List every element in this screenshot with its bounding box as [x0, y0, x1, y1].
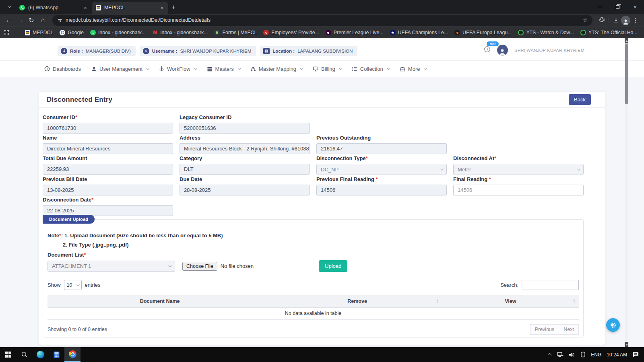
window-minimize-button[interactable]: [591, 0, 609, 14]
empty-table-message: No data available in table: [47, 307, 579, 319]
tab-close-icon[interactable]: ×: [82, 4, 89, 11]
choose-file-button[interactable]: Choose File: [182, 262, 217, 271]
action-center-icon[interactable]: [632, 352, 639, 358]
chrome-icon: [69, 350, 76, 358]
bookmark-item[interactable]: ★ UEFA Champions Le...: [390, 30, 448, 35]
nav-master-mapping[interactable]: Master Mapping: [250, 66, 302, 72]
bookmark-item[interactable]: YTS - Watch & Dow...: [518, 30, 574, 35]
field-address: Address Mineral Resources Block - 2 Rynj…: [180, 135, 310, 154]
new-tab-button[interactable]: +: [171, 3, 175, 11]
taskbar-edge-button[interactable]: [32, 347, 48, 362]
table-info: Showing 0 to 0 of 0 entries: [47, 327, 107, 332]
back-nav-icon[interactable]: ←: [3, 16, 14, 24]
page-size-select[interactable]: 10: [64, 280, 82, 290]
scroll-up-arrow[interactable]: [625, 38, 628, 43]
nav-more[interactable]: More: [400, 66, 426, 72]
forward-nav-icon[interactable]: →: [14, 16, 26, 24]
search-label: Search:: [500, 282, 518, 288]
window-restore-button[interactable]: [609, 0, 626, 14]
upload-button[interactable]: Upload: [319, 260, 347, 272]
show-label: Show: [47, 282, 61, 288]
bookmark-item[interactable]: MEPDCL: [25, 30, 53, 35]
scrollbar-thumb[interactable]: [625, 44, 628, 104]
tray-expand-icon[interactable]: [548, 353, 552, 357]
bookmark-item[interactable]: Forms | MeECL: [214, 30, 257, 35]
field-consumer-id: Consumer ID* 1000761730: [43, 114, 173, 134]
tab-search-button[interactable]: [3, 2, 14, 12]
bookmark-item[interactable]: UEFA Europa Leagu...: [454, 30, 512, 35]
user-icon: [91, 66, 97, 72]
bookmark-item[interactable]: Employees' Provide...: [263, 30, 319, 35]
clock-time[interactable]: 10:24 AM: [607, 352, 627, 358]
previous-page-button[interactable]: Previous: [530, 324, 559, 335]
profile-avatar-icon[interactable]: [621, 16, 630, 25]
column-document-name[interactable]: Document Name: [47, 295, 272, 307]
column-view[interactable]: View▲▼: [442, 295, 579, 307]
nav-billing[interactable]: Billing: [313, 66, 341, 72]
profile-avatar[interactable]: [497, 45, 508, 56]
disconnection-type-select[interactable]: DC_NP: [316, 164, 447, 175]
window-close-button[interactable]: ×: [626, 0, 644, 14]
site-info-icon[interactable]: [57, 18, 62, 23]
yts-favicon: [580, 30, 586, 35]
tab-whatsapp[interactable]: (6) WhatsApp ×: [15, 2, 92, 14]
due-date-input: 28-08-2025: [180, 185, 310, 195]
browser-menu-icon[interactable]: ⋮: [630, 16, 641, 24]
bookmark-item[interactable]: Premier League Live...: [326, 30, 384, 35]
downloads-icon[interactable]: [611, 17, 621, 23]
nav-user-management[interactable]: User Management: [91, 66, 149, 72]
taskbar-chrome-button[interactable]: [64, 347, 80, 362]
scroll-down-arrow[interactable]: [625, 342, 628, 347]
search-icon: [21, 351, 28, 358]
mepdcl-favicon: [25, 30, 30, 35]
tab-close-icon[interactable]: ×: [159, 4, 165, 11]
start-button[interactable]: [0, 347, 16, 362]
anchor-icon: [159, 66, 164, 72]
language-indicator[interactable]: ENG: [591, 352, 601, 358]
page-scrollbar[interactable]: [625, 38, 628, 347]
home-icon[interactable]: ⌂: [37, 16, 48, 24]
profile-name: SHRI WANJOP KUPAR KHYRIEM: [514, 48, 584, 53]
apps-grid-icon[interactable]: [4, 30, 9, 35]
bookmark-item[interactable]: YTS: The Official Ho...: [580, 30, 638, 35]
site-header: Role :MANAGER(SUB DIV) Username :SHRI WA…: [0, 38, 644, 77]
settings-fab[interactable]: [606, 318, 620, 332]
no-file-text: No file chosen: [221, 263, 254, 269]
nav-collection[interactable]: Collection: [352, 66, 389, 72]
taskbar-app-button[interactable]: [48, 347, 64, 362]
document-list-select[interactable]: ATTACHMENT 1: [47, 261, 175, 272]
file-input[interactable]: Choose File No file chosen: [182, 262, 254, 271]
nav-workflow[interactable]: WorkFlow: [159, 66, 196, 72]
nav-masters[interactable]: Masters: [207, 66, 240, 72]
bookmark-item[interactable]: M Inbox - gideonkhark... Inbox - gideonk…: [152, 30, 208, 35]
extensions-icon[interactable]: [597, 17, 607, 23]
bookmark-item[interactable]: Inbox - gideonkhark...: [90, 30, 146, 35]
field-disconnection-date: Disconnection Date* 22-08-2025: [43, 197, 173, 216]
network-icon[interactable]: [557, 352, 564, 358]
next-page-button[interactable]: Next: [559, 324, 579, 335]
nav-dashboards[interactable]: Dashboards: [44, 66, 81, 72]
bookmark-star-icon[interactable]: ☆: [582, 17, 588, 23]
sort-icon: ▲▼: [436, 299, 439, 304]
reload-icon[interactable]: ↻: [26, 16, 37, 24]
volume-icon[interactable]: [569, 352, 575, 358]
notification-clock[interactable]: 900: [484, 46, 491, 54]
disconnected-form: Consumer ID* 1000761730 Legacy Consumer …: [39, 108, 605, 216]
column-remove[interactable]: Remove▲▼: [272, 295, 442, 307]
final-reading-input[interactable]: 14506: [453, 185, 584, 195]
bookmark-item[interactable]: G Google: [60, 30, 84, 35]
search-input[interactable]: [522, 280, 579, 290]
tab-title: (6) WhatsApp: [28, 5, 79, 10]
sort-icon: ▲▼: [573, 299, 576, 304]
address-bar[interactable]: mepdcl.ubs.ieasybill.com/DiconnectedDet/…: [52, 15, 592, 26]
category-input: DLT: [180, 164, 310, 175]
disconnected-at-select[interactable]: Meter: [453, 164, 584, 175]
rotation-lock-icon[interactable]: [580, 352, 586, 358]
tab-mepdcl[interactable]: MEPDCL ×: [92, 2, 168, 14]
taskbar-search-button[interactable]: [16, 347, 32, 362]
section-badge: Document Upload: [43, 215, 95, 224]
back-button[interactable]: Back: [569, 94, 591, 105]
username-badge: Username :SHRI WANJOP KUPAR KHYRIEM: [140, 46, 256, 56]
yts-favicon: [518, 30, 524, 35]
url-text: mepdcl.ubs.ieasybill.com/DiconnectedDet/…: [66, 17, 579, 23]
